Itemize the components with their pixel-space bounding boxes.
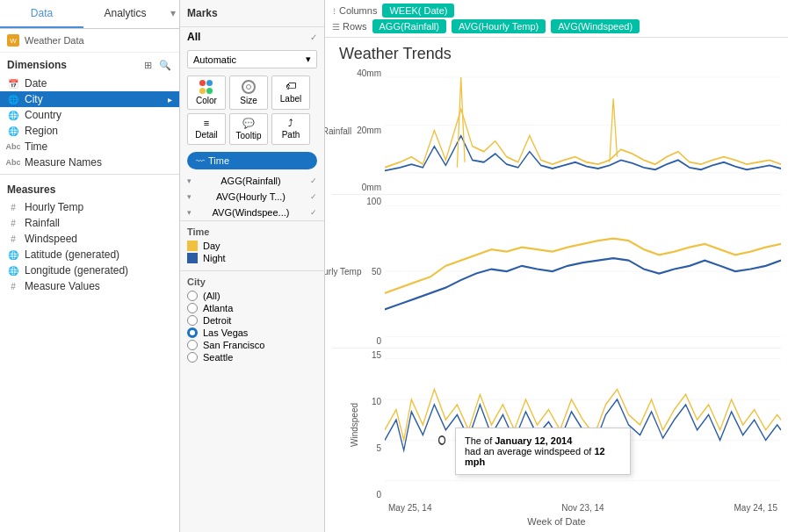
legend-color-night [187, 253, 198, 263]
rows-windspeed-pill[interactable]: AVG(Windspeed) [551, 19, 640, 33]
rows-rainfall-pill[interactable]: AGG(Rainfall) [372, 19, 446, 33]
measure-measure-values[interactable]: # Measure Values [0, 278, 179, 294]
hourly-y-label: Hourly Temp [325, 267, 361, 277]
size-button[interactable]: Size [229, 75, 268, 110]
measure-longitude[interactable]: 🌐 Longitude (generated) [0, 262, 179, 278]
radio-san-francisco[interactable] [187, 340, 198, 350]
x-axis: May 25, 14 Nov 23, 14 May 24, 15 [385, 501, 781, 514]
rainfall-svg-container [385, 67, 781, 194]
legend-item-night: Night [187, 253, 317, 263]
measure-mark-hourly-label: AVG(Hourly T...) [216, 191, 286, 202]
globe-icon-latitude: 🌐 [7, 248, 19, 261]
measure-windspeed-label: Windspeed [25, 233, 77, 245]
dim-measure-names[interactable]: Abc Measure Names [0, 155, 179, 170]
windspeed-y-5: 5 [376, 443, 381, 453]
detail-button[interactable]: ≡ Detail [187, 113, 226, 145]
windspeed-svg [385, 349, 781, 501]
filter-atlanta[interactable]: Atlanta [187, 303, 317, 313]
legend-color-day [187, 241, 198, 251]
right-panel: ⫶ Columns WEEK( Date) ☰ Rows AGG(Rainfal… [325, 0, 788, 532]
check-icon-hourly: ✓ [310, 192, 317, 201]
rows-text: Rows [343, 21, 367, 32]
dim-measure-names-label: Measure Names [25, 156, 102, 169]
measure-mark-rainfall[interactable]: ▾ AGG(Rainfall) ✓ [180, 173, 324, 189]
hourly-temp-chart: 100 Hourly Temp 50 0 [332, 195, 781, 349]
hash-icon-windspeed: # [7, 233, 19, 245]
filter-las-vegas[interactable]: Las Vegas [187, 327, 317, 338]
detail-icon: ≡ [204, 118, 209, 128]
globe-icon-region: 🌐 [7, 125, 19, 137]
dim-time-label: Time [25, 140, 47, 153]
search-icon[interactable]: 🔍 [158, 58, 172, 72]
rows-hourly-pill[interactable]: AVG(Hourly Temp) [452, 19, 546, 33]
marks-all-check: ✓ [310, 32, 317, 42]
measure-measure-values-label: Measure Values [25, 280, 100, 292]
mark-type-select[interactable]: Automatic ▾ [187, 50, 317, 68]
middle-panel: Marks All ✓ Automatic ▾ Color Size 🏷 Lab… [180, 0, 325, 532]
globe-icon-city: 🌐 [7, 93, 19, 105]
dim-city[interactable]: 🌐 City ▸ [0, 91, 179, 107]
columns-week-pill[interactable]: WEEK( Date) [382, 4, 454, 18]
label-label: Label [280, 94, 301, 104]
marks-all-row: All ✓ [180, 27, 324, 47]
rainfall-svg [385, 67, 781, 194]
filter-seattle[interactable]: Seattle [187, 352, 317, 363]
globe-icon-longitude: 🌐 [7, 264, 19, 277]
path-button[interactable]: ⤴ Path [271, 113, 310, 145]
tab-arrow[interactable]: ▾ [167, 0, 179, 28]
dim-region[interactable]: 🌐 Region [0, 123, 179, 139]
filter-san-francisco-label: San Francisco [203, 340, 264, 350]
dim-country[interactable]: 🌐 Country [0, 107, 179, 123]
tab-analytics[interactable]: Analytics [83, 0, 167, 28]
label-icon: 🏷 [286, 80, 296, 92]
dim-time[interactable]: Abc Time [0, 139, 179, 155]
tooltip-button[interactable]: 💬 Tooltip [229, 113, 268, 145]
tooltip-icon: 💬 [242, 118, 255, 129]
color-button[interactable]: Color [187, 75, 226, 110]
measure-mark-windspeed[interactable]: ▾ AVG(Windspee...) ✓ [180, 205, 324, 220]
grid-icon[interactable]: ⊞ [141, 58, 155, 72]
columns-icon: ⫶ [332, 6, 336, 16]
measure-windspeed[interactable]: # Windspeed [0, 231, 179, 247]
filter-detroit[interactable]: Detroit [187, 315, 317, 326]
path-label: Path [282, 130, 300, 140]
caret-icon-hourly: ▾ [187, 192, 192, 201]
toolbar: ⫶ Columns WEEK( Date) ☰ Rows AGG(Rainfal… [325, 0, 788, 38]
radio-seattle[interactable] [187, 352, 198, 363]
cursor-dot [439, 436, 445, 444]
filter-all-label: (All) [203, 291, 220, 301]
rows-icon: ☰ [332, 22, 340, 32]
filter-san-francisco[interactable]: San Francisco [187, 340, 317, 350]
measure-hourly-temp[interactable]: # Hourly Temp [0, 199, 179, 215]
radio-all[interactable] [187, 291, 198, 301]
legend-label-night: Night [203, 253, 226, 263]
radio-detroit[interactable] [187, 315, 198, 326]
measure-rainfall-label: Rainfall [25, 217, 60, 229]
filter-all[interactable]: (All) [187, 291, 317, 301]
rainfall-chart: 40mm Rainfall 20mm 0mm [332, 67, 781, 195]
label-button[interactable]: 🏷 Label [271, 75, 310, 110]
datasource-row[interactable]: W Weather Data [0, 29, 179, 53]
measure-rainfall[interactable]: # Rainfall [0, 215, 179, 231]
radio-atlanta[interactable] [187, 303, 198, 313]
time-chip[interactable]: 〰 Time [187, 152, 317, 169]
path-icon: ⤴ [288, 118, 293, 128]
hourly-y-50: 50 [372, 267, 381, 277]
columns-label: ⫶ Columns [332, 5, 377, 16]
legend-item-day: Day [187, 241, 317, 251]
datasource-name: Weather Data [25, 35, 84, 46]
filter-seattle-label: Seattle [203, 352, 233, 363]
tab-data[interactable]: Data [0, 0, 83, 28]
windspeed-y-15: 15 [372, 350, 381, 360]
time-chip-label: Time [208, 155, 229, 166]
tooltip-prefix2: had an average windspeed of [465, 446, 594, 457]
radio-las-vegas[interactable] [187, 327, 198, 338]
measure-mark-hourly[interactable]: ▾ AVG(Hourly T...) ✓ [180, 189, 324, 205]
hash-icon-rainfall: # [7, 217, 19, 229]
globe-icon-country: 🌐 [7, 109, 19, 121]
measure-latitude[interactable]: 🌐 Latitude (generated) [0, 247, 179, 262]
caret-icon-rainfall: ▾ [187, 176, 192, 185]
dim-date[interactable]: 📅 Date [0, 75, 179, 91]
windspeed-tooltip: The of January 12, 2014 had an average w… [455, 428, 631, 475]
windspeed-svg-container: The of January 12, 2014 had an average w… [385, 349, 781, 501]
